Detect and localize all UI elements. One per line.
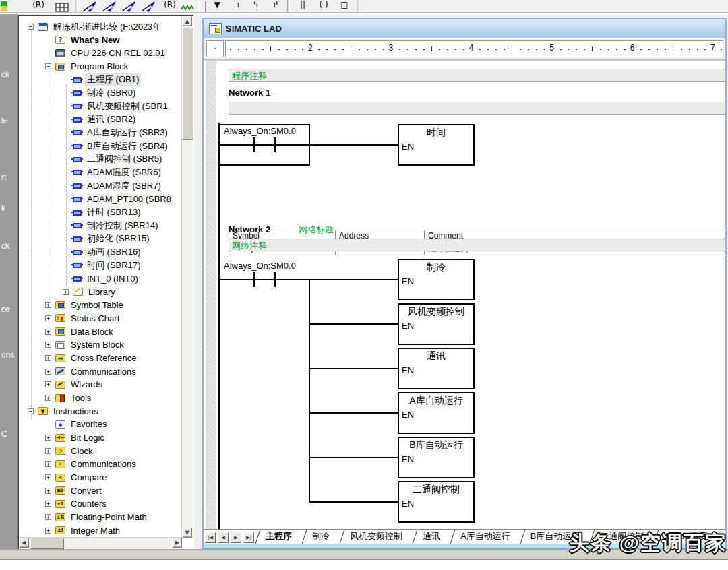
tree-item[interactable]: +↔Cross Reference: [45, 352, 139, 365]
tree-item[interactable]: +Data Block: [45, 325, 115, 338]
tree-item[interactable]: ?What's New: [45, 34, 121, 46]
network1-contact-label[interactable]: Always_On:SM0.0: [224, 126, 296, 136]
collapse-minus-icon[interactable]: −: [28, 408, 34, 414]
tree-item[interactable]: 风机变频控制 (SBR1: [63, 100, 170, 113]
insert-branch-icon[interactable]: [139, 0, 158, 12]
expand-plus-icon[interactable]: +: [45, 461, 51, 467]
editor-tab[interactable]: 制冷: [301, 529, 339, 544]
expand-plus-icon[interactable]: +: [45, 381, 51, 387]
subroutine-call-box[interactable]: 时间 EN: [398, 124, 475, 166]
tree-item[interactable]: +Status Chart: [45, 312, 121, 325]
last-tab-button[interactable]: ▶|: [243, 532, 254, 543]
reset-coil-icon[interactable]: (R): [160, 0, 179, 12]
scroll-left-icon[interactable]: ◀: [19, 538, 29, 548]
tree-item[interactable]: +⊣⊢Bit Logic: [45, 431, 107, 444]
collapse-minus-icon[interactable]: −: [28, 24, 34, 30]
tree-item[interactable]: ++1Counters: [45, 497, 109, 510]
network1-comment-bar[interactable]: [229, 102, 725, 115]
tree-item[interactable]: −解冻机-渐进比较 (F:\2023年: [28, 20, 163, 33]
editor-tab[interactable]: 通讯: [412, 529, 450, 544]
expand-plus-icon[interactable]: +: [45, 474, 51, 480]
program-comment-bar[interactable]: 程序注释: [229, 69, 725, 82]
tree-item[interactable]: +Wizards: [45, 378, 104, 391]
tree-item[interactable]: +⚡Communications: [45, 457, 138, 470]
coil-icon[interactable]: ( ): [314, 0, 333, 12]
network2-contact-label[interactable]: Always_On:SM0.0: [224, 261, 296, 271]
expand-plus-icon[interactable]: +: [45, 395, 51, 401]
tree-item[interactable]: ADAM_PT100 (SBR8: [63, 193, 173, 205]
editor-tab[interactable]: A库自动运行: [450, 529, 520, 544]
tree-item[interactable]: ADAM湿度 (SBR7): [63, 179, 163, 192]
down-arrow-icon[interactable]: ▼: [209, 0, 225, 12]
collapse-minus-icon[interactable]: −: [45, 63, 51, 69]
contact-icon[interactable]: ||: [294, 0, 311, 12]
undo-arrow-icon[interactable]: ↰: [247, 0, 264, 12]
box-icon[interactable]: □: [336, 0, 353, 12]
expand-plus-icon[interactable]: +: [45, 488, 51, 494]
wave-icon[interactable]: [179, 0, 197, 12]
scroll-right-icon[interactable]: ▶: [172, 538, 182, 548]
tree-item[interactable]: A库自动运行 (SBR3): [63, 126, 170, 139]
tree-item[interactable]: 计时 (SBR13): [63, 206, 142, 219]
lad-titlebar[interactable]: SIMATIC LAD: [204, 19, 725, 38]
editor-tab[interactable]: 主程序: [255, 529, 301, 544]
next-tab-button[interactable]: ▶: [231, 532, 241, 543]
expand-plus-icon[interactable]: +: [45, 514, 51, 520]
subroutine-call-box[interactable]: 风机变频控制EN: [398, 303, 475, 345]
tree-item[interactable]: −Program Block: [45, 60, 130, 73]
tree-item[interactable]: 主程序 (OB1): [63, 73, 141, 86]
tree-item[interactable]: 动画 (SBR16): [63, 246, 142, 259]
first-tab-button[interactable]: |◀: [205, 532, 216, 543]
tree-item[interactable]: −▼Instructions: [28, 405, 100, 418]
insert-branch-icon[interactable]: [80, 0, 99, 12]
expand-plus-icon[interactable]: +: [45, 315, 51, 321]
tree-item[interactable]: B库自动运行 (SBR4): [63, 139, 170, 152]
tree-item[interactable]: +Symbol Table: [45, 298, 125, 311]
tree-item[interactable]: 通讯 (SBR2): [63, 113, 138, 126]
tree-item[interactable]: 初始化 (SBR15): [63, 232, 151, 245]
reset-coil-icon[interactable]: (R): [28, 0, 49, 12]
editor-tab[interactable]: 风机变频控制: [339, 529, 412, 544]
tree-item[interactable]: +±IInteger Math: [45, 524, 122, 537]
scroll-down-icon[interactable]: ▼: [182, 528, 192, 538]
tree-horizontal-scrollbar[interactable]: ◀ ▶: [19, 537, 182, 548]
subroutine-call-box[interactable]: A库自动运行EN: [398, 392, 475, 434]
tree-item[interactable]: +Library: [63, 286, 117, 298]
tree-item[interactable]: ∗Favorites: [45, 418, 109, 431]
network2-comment-bar[interactable]: 网络注释: [229, 239, 725, 251]
insert-branch-icon[interactable]: [100, 0, 119, 12]
expand-plus-icon[interactable]: +: [45, 435, 51, 441]
tree-item[interactable]: +◷Clock: [45, 445, 95, 457]
insert-branch-icon[interactable]: [119, 0, 138, 12]
prev-tab-button[interactable]: ◀: [218, 532, 229, 543]
tree-item[interactable]: 时间 (SBR17): [63, 259, 142, 272]
scrollbar-thumb[interactable]: [30, 538, 64, 549]
tree-item[interactable]: +System Block: [45, 338, 126, 351]
expand-plus-icon[interactable]: +: [45, 342, 51, 348]
expand-plus-icon[interactable]: +: [45, 448, 51, 454]
palette-icon[interactable]: [0, 0, 9, 12]
subroutine-call-box[interactable]: 制冷EN: [398, 259, 475, 300]
tree-item[interactable]: 制冷控制 (SBR14): [63, 219, 160, 232]
expand-plus-icon[interactable]: +: [45, 528, 51, 534]
expand-plus-icon[interactable]: +: [45, 369, 51, 375]
tree-item[interactable]: +<Compare: [45, 471, 109, 484]
open-box-icon[interactable]: ⊐: [228, 0, 244, 12]
subroutine-call-box[interactable]: B库自动运行EN: [398, 437, 475, 478]
contact-bar[interactable]: [253, 137, 255, 152]
contact-bar[interactable]: [274, 137, 276, 152]
tree-item[interactable]: +Communications: [45, 365, 138, 378]
tree-item[interactable]: ADAM温度 (SBR6): [63, 166, 163, 179]
tree-item[interactable]: CPU 226 CN REL 02.01: [45, 46, 167, 59]
expand-plus-icon[interactable]: +: [63, 289, 69, 295]
tree-item[interactable]: +Tools: [45, 391, 93, 404]
tree-item[interactable]: INT_0 (INT0): [63, 272, 140, 285]
grid-icon[interactable]: [53, 0, 71, 12]
redo-arrow-icon[interactable]: ↱: [267, 0, 284, 12]
scroll-up-icon[interactable]: ▲: [182, 16, 192, 26]
tree-item[interactable]: +abConvert: [45, 484, 104, 497]
tree-item[interactable]: +±RFloating-Point Math: [45, 511, 149, 524]
subroutine-call-box[interactable]: 通讯EN: [398, 348, 475, 389]
tree-vertical-scrollbar[interactable]: ▲ ▼: [181, 16, 193, 538]
tree-item[interactable]: 制冷 (SBR0): [63, 86, 138, 99]
